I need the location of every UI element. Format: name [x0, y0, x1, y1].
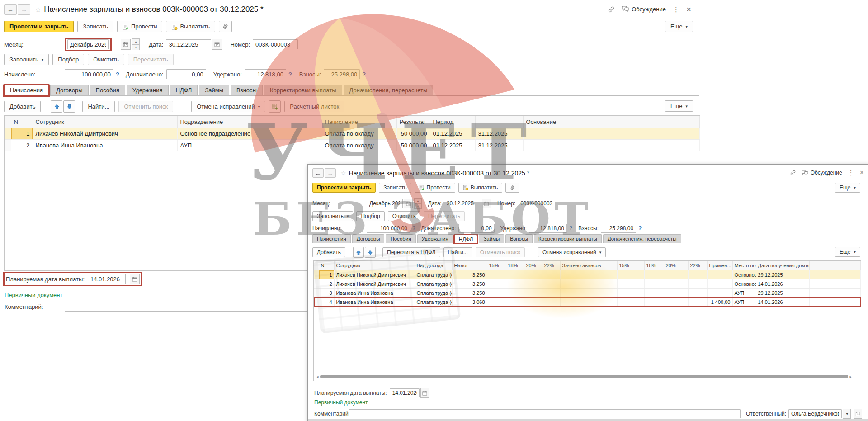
- stepper-down-icon[interactable]: ▾: [414, 203, 422, 209]
- accrued-input[interactable]: [367, 224, 410, 233]
- add-button[interactable]: Добавить: [4, 101, 41, 112]
- number-input[interactable]: [518, 199, 559, 208]
- column-header-18%[interactable]: 18%: [644, 261, 664, 270]
- undo-corrections-button[interactable]: Отмена исправлений▾: [538, 247, 606, 257]
- cell[interactable]: 50 000,00: [396, 140, 430, 151]
- cell[interactable]: 29.12.2025: [756, 289, 809, 298]
- date-calendar-icon[interactable]: [482, 199, 491, 208]
- column-header-Дата получения дохода[interactable]: Дата получения дохода: [756, 261, 809, 270]
- cancel-search-button[interactable]: Отменить поиск: [476, 247, 525, 257]
- cell[interactable]: 3: [319, 289, 334, 298]
- cell[interactable]: [707, 289, 732, 298]
- attachments-button[interactable]: [219, 21, 232, 32]
- recalc-ndfl-button[interactable]: Пересчитать НДФЛ: [382, 247, 440, 257]
- cell[interactable]: 29.12.2025: [756, 270, 809, 279]
- planned-date-calendar-icon[interactable]: [420, 388, 429, 398]
- tab-Начисления[interactable]: Начисления: [312, 234, 351, 243]
- cell[interactable]: 31.12.2025: [475, 140, 523, 151]
- column-header-Зачтено авансов[interactable]: Зачтено авансов: [560, 261, 617, 270]
- responsible-input[interactable]: [788, 409, 842, 418]
- close-icon[interactable]: ×: [860, 169, 864, 176]
- tab-Взносы[interactable]: Взносы: [231, 85, 263, 95]
- cell[interactable]: [542, 279, 560, 289]
- cell[interactable]: 3 068: [452, 298, 487, 307]
- recalculate-button[interactable]: Пересчитать: [128, 54, 174, 65]
- tab-Доначисления, перерасчеты[interactable]: Доначисления, перерасчеты: [344, 85, 434, 95]
- cell[interactable]: [542, 289, 560, 298]
- cell[interactable]: [617, 279, 644, 289]
- cell[interactable]: [524, 298, 542, 307]
- fill-button[interactable]: Заполнить▾: [312, 211, 353, 221]
- cell[interactable]: [506, 289, 524, 298]
- planned-date-input[interactable]: [390, 388, 420, 397]
- cell[interactable]: Иванова Инна Ивановна: [334, 289, 415, 298]
- month-stepper[interactable]: ▴ ▾: [132, 38, 140, 50]
- month-calendar-icon[interactable]: [121, 39, 131, 50]
- column-header-18%[interactable]: 18%: [506, 261, 524, 270]
- cell[interactable]: 3 250: [452, 289, 487, 298]
- column-header-Подразделение[interactable]: Подразделение: [177, 116, 322, 128]
- tab-Удержания[interactable]: Удержания: [127, 85, 169, 95]
- cell[interactable]: 1 400,00: [707, 298, 732, 307]
- month-stepper[interactable]: ▴ ▾: [414, 198, 422, 209]
- cell[interactable]: [487, 279, 506, 289]
- table-row[interactable]: 2Иванова Инна ИвановнаАУПОплата по оклад…: [5, 140, 700, 151]
- more-button-top[interactable]: Еще▾: [835, 183, 860, 193]
- discussion-button[interactable]: Обсуждение: [802, 170, 842, 176]
- cell[interactable]: Лихачев Николай Дмитриевич: [334, 270, 415, 279]
- post-button[interactable]: Провести: [117, 21, 163, 32]
- payslip-button[interactable]: Расчетный листок: [284, 101, 344, 112]
- open-responsible-icon[interactable]: [854, 409, 862, 419]
- withheld-input[interactable]: [529, 224, 567, 233]
- comment-input[interactable]: [349, 409, 741, 418]
- column-header-Вид дохода[interactable]: Вид дохода: [415, 261, 452, 270]
- more-button-toolbar[interactable]: Еще▾: [835, 247, 860, 257]
- date-calendar-icon[interactable]: [212, 39, 222, 50]
- link-icon[interactable]: [790, 170, 796, 176]
- column-header-15%[interactable]: 15%: [487, 261, 506, 270]
- write-button[interactable]: Записать: [379, 183, 411, 193]
- month-calendar-icon[interactable]: [404, 199, 413, 208]
- date-input[interactable]: [166, 39, 211, 49]
- more-button-top[interactable]: Еще▾: [665, 21, 693, 32]
- cell[interactable]: [524, 279, 542, 289]
- additional-input[interactable]: [458, 224, 495, 233]
- cell[interactable]: [664, 289, 688, 298]
- cell[interactable]: [560, 298, 617, 307]
- cell[interactable]: [542, 270, 560, 279]
- cell[interactable]: АУП: [732, 289, 756, 298]
- table-row[interactable]: 1Лихачев Николай ДмитриевичОсновное подр…: [5, 128, 700, 140]
- cell[interactable]: [523, 140, 700, 151]
- cell[interactable]: [523, 128, 700, 140]
- cell[interactable]: Оплата труда (ос...: [415, 289, 452, 298]
- column-header-22%[interactable]: 22%: [542, 261, 560, 270]
- column-header-Налог[interactable]: Налог: [452, 261, 487, 270]
- selection-button[interactable]: Подбор: [52, 54, 84, 65]
- cell[interactable]: Оплата по окладу: [322, 128, 396, 140]
- undo-corrections-button[interactable]: Отмена исправлений▾: [191, 101, 265, 112]
- cell[interactable]: 50 000,00: [396, 128, 430, 140]
- tab-Договоры[interactable]: Договоры: [50, 85, 88, 95]
- back-button[interactable]: ←: [312, 168, 324, 178]
- cell[interactable]: [617, 289, 644, 298]
- accrued-input[interactable]: [65, 69, 113, 79]
- back-button[interactable]: ←: [4, 4, 17, 15]
- cell[interactable]: [487, 298, 506, 307]
- close-icon[interactable]: ×: [686, 5, 691, 14]
- move-down-icon[interactable]: [365, 247, 376, 258]
- tab-Взносы[interactable]: Взносы: [505, 234, 533, 243]
- more-menu-icon[interactable]: ⋮: [673, 5, 679, 14]
- cell[interactable]: [617, 298, 644, 307]
- cell[interactable]: 3 250: [452, 270, 487, 279]
- cell[interactable]: Иванова Инна Ивановна: [33, 140, 177, 151]
- tab-Удержания[interactable]: Удержания: [417, 234, 453, 243]
- cell[interactable]: [542, 298, 560, 307]
- cell[interactable]: [506, 298, 524, 307]
- favorite-star-icon[interactable]: ☆: [35, 5, 41, 14]
- primary-document-link[interactable]: Первичный документ: [314, 399, 368, 406]
- column-header-20%[interactable]: 20%: [664, 261, 688, 270]
- grid-plus-icon[interactable]: [269, 100, 281, 113]
- cell[interactable]: 01.12.2025: [430, 128, 475, 140]
- tab-Пособия[interactable]: Пособия: [90, 85, 125, 95]
- cell[interactable]: 1: [11, 128, 33, 140]
